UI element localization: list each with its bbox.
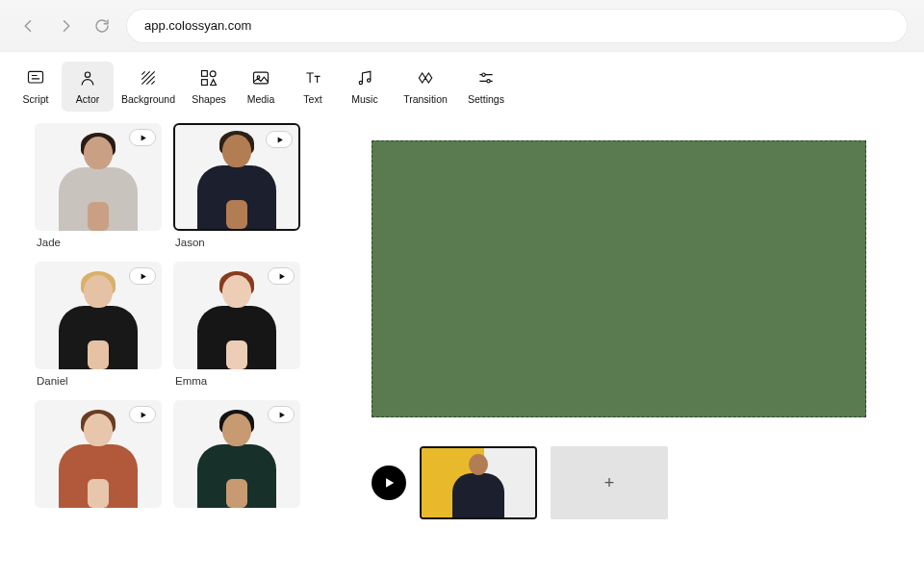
main-toolbar: ScriptActorBackgroundShapesMediaTextMusi… [0, 52, 924, 117]
actor-name: Daniel [35, 375, 162, 387]
svg-point-1 [85, 72, 90, 77]
url-text: app.colossyan.com [144, 18, 251, 33]
actor-icon [78, 68, 97, 88]
play-icon [277, 411, 286, 419]
preview-play-button[interactable] [268, 406, 295, 423]
tool-label: Music [351, 93, 377, 105]
back-button[interactable] [17, 14, 40, 38]
tool-label: Actor [76, 93, 100, 105]
preview-play-button[interactable] [129, 406, 156, 423]
timeline: + [372, 417, 880, 519]
preview-play-button[interactable] [129, 267, 156, 285]
tool-label: Background [121, 93, 175, 105]
media-icon [251, 68, 270, 88]
tool-transition[interactable]: Transition [391, 62, 460, 112]
tool-background[interactable]: Background [114, 62, 183, 112]
actor-card-slot4[interactable] [35, 400, 162, 508]
actor-cell: Emma [173, 262, 300, 387]
svg-point-10 [487, 80, 490, 83]
tool-music[interactable]: Music [339, 62, 391, 112]
actor-name: Jade [35, 237, 162, 248]
tool-script[interactable]: Script [10, 62, 62, 112]
timeline-slides [420, 446, 537, 519]
svg-point-9 [482, 73, 485, 76]
workspace: JadeJasonDanielEmma + [0, 117, 924, 519]
plus-icon: + [604, 473, 615, 493]
svg-point-7 [359, 81, 362, 84]
arrow-left-icon [20, 17, 38, 35]
svg-point-8 [368, 79, 371, 82]
actor-panel: JadeJasonDanielEmma [10, 117, 318, 519]
tool-label: Script [23, 93, 49, 105]
actor-figure [55, 408, 141, 508]
tool-label: Transition [403, 93, 448, 105]
actor-cell [173, 400, 300, 508]
actor-figure [55, 269, 141, 369]
shapes-icon [199, 68, 218, 88]
svg-rect-2 [202, 71, 208, 77]
actor-figure [55, 131, 141, 231]
arrow-right-icon [57, 17, 74, 35]
svg-point-6 [257, 76, 260, 79]
tool-media[interactable]: Media [235, 62, 287, 112]
actor-card-Jason[interactable] [173, 123, 300, 231]
play-icon [275, 136, 284, 144]
play-icon [277, 272, 286, 281]
text-icon [303, 68, 322, 88]
tool-label: Media [247, 93, 275, 105]
actor-card-Emma[interactable] [173, 262, 300, 369]
music-icon [355, 68, 374, 88]
svg-rect-4 [202, 80, 208, 86]
add-slide-button[interactable]: + [551, 446, 668, 519]
tool-label: Settings [468, 93, 504, 105]
forward-button[interactable] [54, 14, 77, 38]
browser-chrome: app.colossyan.com [0, 0, 924, 52]
actor-card-Daniel[interactable] [35, 262, 162, 369]
tool-label: Shapes [192, 93, 226, 105]
timeline-slide[interactable] [420, 446, 537, 519]
actor-figure [193, 269, 280, 369]
preview-play-button[interactable] [266, 131, 293, 148]
actor-figure [193, 408, 280, 508]
tool-label: Text [303, 93, 321, 105]
url-bar[interactable]: app.colossyan.com [127, 10, 907, 42]
actor-card-Jade[interactable] [35, 123, 162, 231]
preview-play-button[interactable] [129, 129, 156, 146]
reload-button[interactable] [90, 14, 114, 38]
actor-name: Emma [173, 375, 300, 387]
settings-icon [476, 68, 496, 88]
preview-play-button[interactable] [268, 267, 295, 285]
actor-cell: Daniel [35, 262, 162, 387]
actor-cell: Jason [173, 123, 300, 248]
play-icon [139, 134, 147, 142]
background-icon [139, 68, 158, 88]
svg-rect-0 [29, 71, 43, 83]
script-icon [26, 68, 45, 88]
svg-rect-5 [254, 72, 269, 84]
reload-icon [93, 17, 111, 35]
play-button[interactable] [372, 466, 406, 500]
canvas[interactable] [372, 140, 866, 417]
actor-name: Jason [173, 237, 300, 248]
canvas-column: + [318, 117, 924, 519]
slide-actor [451, 450, 505, 517]
tool-shapes[interactable]: Shapes [183, 62, 235, 112]
play-icon [139, 272, 147, 281]
tool-text[interactable]: Text [287, 62, 339, 112]
actor-cell: Jade [35, 123, 162, 248]
actor-grid: JadeJasonDanielEmma [35, 123, 318, 508]
tool-actor[interactable]: Actor [62, 62, 114, 112]
play-icon [139, 411, 147, 419]
play-icon [382, 476, 396, 490]
tool-settings[interactable]: Settings [460, 62, 512, 112]
transition-icon [416, 68, 435, 88]
svg-point-3 [210, 71, 216, 77]
actor-card-slot5[interactable] [173, 400, 300, 508]
actor-cell [35, 400, 162, 508]
